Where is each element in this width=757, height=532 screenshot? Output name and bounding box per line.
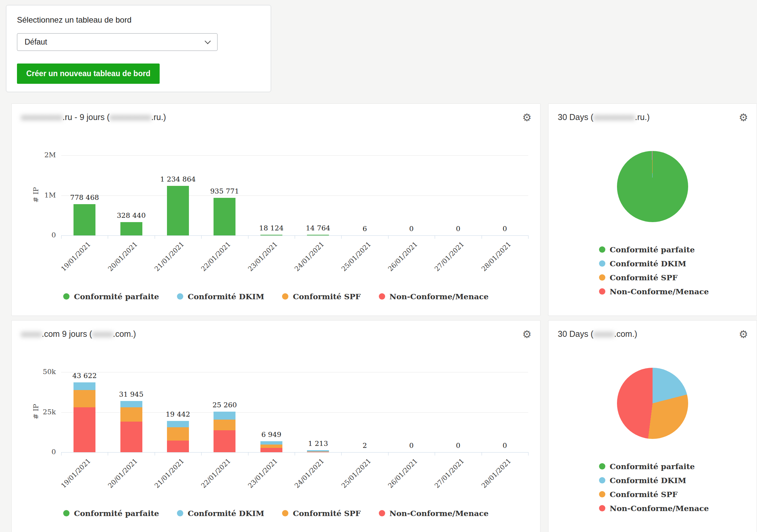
bar-value-label: 43 622 xyxy=(51,372,118,380)
redacted-domain-text: xxxxx xyxy=(92,329,113,338)
gear-icon[interactable]: ⚙ xyxy=(522,112,531,123)
legend-item-dkim[interactable]: Conformité DKIM xyxy=(599,476,709,485)
legend-item-parfaite[interactable]: Conformité parfaite xyxy=(63,292,159,301)
plot-area: 01M2M778 46819/01/2021328 44020/01/20211… xyxy=(61,155,528,235)
legend-item-parfaite[interactable]: Conformité parfaite xyxy=(599,245,709,254)
x-axis-label: 21/01/2021 xyxy=(145,240,186,281)
bar-segment-dkim[interactable] xyxy=(74,382,95,390)
legend-label: Conformité parfaite xyxy=(610,245,695,254)
bar-segment-dkim[interactable] xyxy=(260,441,282,445)
legend-label: Conformité SPF xyxy=(610,490,678,499)
chevron-down-icon xyxy=(205,38,211,44)
bar-segment-spf[interactable] xyxy=(74,390,95,407)
legend-marker-icon xyxy=(379,293,385,300)
bar-segment-parfaite[interactable] xyxy=(167,186,189,235)
redacted-domain-text: xxxxxxxxxx xyxy=(21,112,63,122)
legend-label: Non-Conforme/Menace xyxy=(610,287,709,296)
legend-item-dkim[interactable]: Conformité DKIM xyxy=(177,292,264,301)
panel-bar-ru: xxxxxxxxxx.ru - 9 jours (xxxxxxxxxx.ru.)… xyxy=(11,103,540,316)
y-tick-label: 0 xyxy=(35,231,56,239)
y-gridline xyxy=(61,196,528,196)
x-axis-label: 28/01/2021 xyxy=(472,457,513,498)
dashboard-select[interactable]: Défaut xyxy=(17,33,218,51)
legend-label: Conformité SPF xyxy=(293,292,361,301)
gear-icon[interactable]: ⚙ xyxy=(739,112,748,123)
legend-label: Non-Conforme/Menace xyxy=(610,504,709,513)
x-tick xyxy=(528,452,529,456)
legend-item-spf[interactable]: Conformité SPF xyxy=(282,509,361,518)
bar-segment-spf[interactable] xyxy=(167,427,189,441)
x-axis-label: 27/01/2021 xyxy=(425,240,466,281)
bar-segment-spf[interactable] xyxy=(214,420,235,430)
legend-label: Conformité DKIM xyxy=(188,292,264,301)
panel-header: xxxxxxxxxx.ru - 9 jours (xxxxxxxxxx.ru.)… xyxy=(12,104,540,123)
bar-value-label: 6 949 xyxy=(238,431,305,439)
x-tick xyxy=(61,452,62,456)
legend-item-menace[interactable]: Non-Conforme/Menace xyxy=(599,504,709,513)
bar-segment-parfaite[interactable] xyxy=(214,198,235,235)
panel-title: 30 Days (xxxxx.com.) xyxy=(558,329,637,339)
legend-item-menace[interactable]: Non-Conforme/Menace xyxy=(379,292,489,301)
title-text: 30 Days ( xyxy=(558,329,593,338)
title-text: 30 Days ( xyxy=(558,112,593,122)
x-tick xyxy=(155,235,155,239)
bar-value-label: 1 234 864 xyxy=(145,175,211,183)
bar-segment-spf[interactable] xyxy=(307,452,329,452)
bar-segment-dkim[interactable] xyxy=(307,450,329,451)
title-text: .ru.) xyxy=(151,112,166,122)
pie-chart[interactable] xyxy=(617,368,688,439)
pie-chart[interactable] xyxy=(617,151,688,222)
legend-item-spf[interactable]: Conformité SPF xyxy=(282,292,361,301)
bar-segment-dkim[interactable] xyxy=(167,421,189,427)
legend-item-menace[interactable]: Non-Conforme/Menace xyxy=(599,287,709,296)
legend-label: Conformité DKIM xyxy=(610,259,686,268)
x-axis-label: 27/01/2021 xyxy=(425,457,466,498)
legend: Conformité parfaiteConformité DKIMConfor… xyxy=(599,462,709,513)
bar-value-label: 0 xyxy=(472,442,538,450)
x-tick xyxy=(108,235,108,239)
legend-label: Conformité SPF xyxy=(610,273,678,282)
legend-item-dkim[interactable]: Conformité DKIM xyxy=(599,259,709,268)
legend-item-parfaite[interactable]: Conformité parfaite xyxy=(599,462,709,471)
legend-marker-icon xyxy=(599,274,605,281)
x-tick xyxy=(435,235,435,239)
title-text: .com 9 jours ( xyxy=(42,329,92,338)
dashboard-selector-card: Sélectionnez un tableau de bord Défaut C… xyxy=(6,5,271,92)
bar-segment-parfaite[interactable] xyxy=(120,222,142,235)
legend-item-dkim[interactable]: Conformité DKIM xyxy=(177,509,264,518)
bar-segment-menace[interactable] xyxy=(214,430,235,452)
bar-segment-parfaite[interactable] xyxy=(260,235,282,235)
bar-segment-menace[interactable] xyxy=(307,452,329,452)
x-axis-label: 26/01/2021 xyxy=(378,240,419,281)
gear-icon[interactable]: ⚙ xyxy=(739,329,748,339)
x-axis-label: 23/01/2021 xyxy=(238,457,279,498)
bar-segment-dkim[interactable] xyxy=(214,412,235,419)
legend-item-spf[interactable]: Conformité SPF xyxy=(599,273,709,282)
panel-bar-com: xxxxx.com 9 jours (xxxxx.com.) ⚙ # IP 02… xyxy=(11,320,540,532)
create-dashboard-button[interactable]: Créer un nouveau tableau de bord xyxy=(17,64,160,84)
gear-icon[interactable]: ⚙ xyxy=(522,329,531,339)
bar-value-label: 19 442 xyxy=(145,410,211,418)
x-axis-label: 20/01/2021 xyxy=(98,240,139,281)
x-axis-label: 24/01/2021 xyxy=(285,457,326,498)
x-tick xyxy=(528,235,529,239)
bar-segment-menace[interactable] xyxy=(74,407,95,452)
bar-segment-parfaite[interactable] xyxy=(307,235,329,235)
panel-header: 30 Days (xxxxx.com.) ⚙ xyxy=(548,321,757,339)
bar-segment-spf[interactable] xyxy=(260,445,282,448)
y-gridline xyxy=(61,372,528,372)
bar-segment-dkim[interactable] xyxy=(120,401,142,407)
legend-item-parfaite[interactable]: Conformité parfaite xyxy=(63,509,159,518)
bar-segment-parfaite[interactable] xyxy=(74,204,95,235)
bar-segment-menace[interactable] xyxy=(260,448,282,452)
x-tick xyxy=(341,235,342,239)
bar-segment-spf[interactable] xyxy=(120,407,142,422)
bar-segment-menace[interactable] xyxy=(167,441,189,452)
x-tick xyxy=(482,235,482,239)
bar-segment-menace[interactable] xyxy=(120,422,142,452)
legend-item-spf[interactable]: Conformité SPF xyxy=(599,490,709,499)
x-tick xyxy=(295,235,295,239)
legend-marker-icon xyxy=(282,510,288,516)
panel-header: 30 Days (xxxxxxxxxx.ru.) ⚙ xyxy=(548,104,757,123)
legend-item-menace[interactable]: Non-Conforme/Menace xyxy=(379,509,489,518)
